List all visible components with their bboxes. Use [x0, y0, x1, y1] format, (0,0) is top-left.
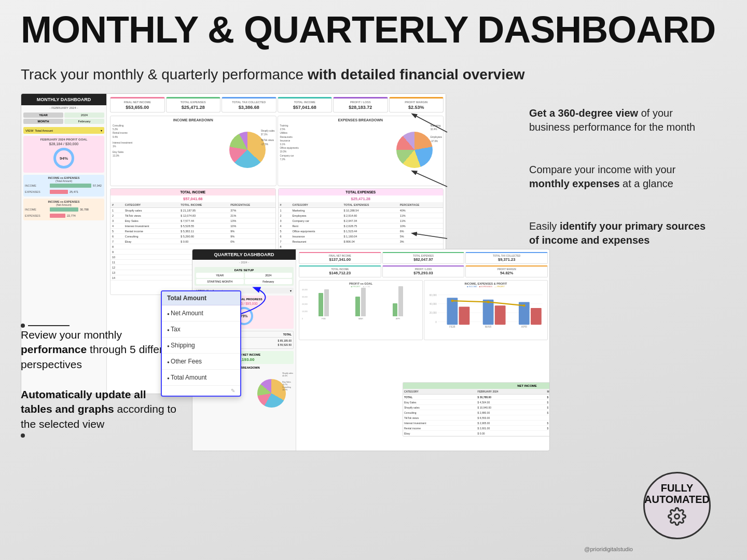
expenses-bar-fill — [50, 190, 68, 194]
q-metric-final-net: FINAL NET INCOME $137,341.00 — [299, 252, 381, 264]
table-row: TikTok views$ 6,553.00 — [403, 415, 550, 421]
profit-goal-title: FEBRUARY 2024 PROFIT GOAL — [25, 138, 102, 141]
dropdown-item-net-amount[interactable]: Net Amount — [162, 305, 240, 321]
view-row[interactable]: VIEW Total Amount ▾ — [23, 127, 104, 134]
q-metric-value-2: $62,047.97 — [384, 257, 463, 262]
apr-label: APR — [396, 317, 400, 320]
table-row: Ebay$ 0.00 — [403, 431, 550, 436]
apr-profit-bar — [393, 303, 397, 316]
total-expenses-header: TOTAL EXPENSES — [279, 189, 444, 195]
quarterly-main-panel: FINAL NET INCOME $137,341.00 TOTAL EXPEN… — [296, 249, 550, 451]
expenses-breakdown-title: EXPENSES BREAKDOWN — [280, 118, 441, 122]
table-row: Rental income$ 2,601.00$ 1,280.00 — [403, 426, 550, 431]
table-row: 2TikTok views$ 12,074.8321% — [110, 213, 275, 218]
profit-goal-amount: $28,184 / $30,000 — [25, 142, 102, 146]
q-net-income-section: NET INCOME CATEGORY FEBRUARY 2024 MARCH … — [400, 381, 550, 451]
table-row: 8 — [110, 244, 275, 249]
date-grid: YEAR 2024 MONTH February — [21, 110, 106, 126]
line-chart-svg: FEB MAR APR 60,000 40,000 20,000 0 — [426, 289, 546, 328]
right-annotations: Get a 360-degree view of yourbusiness pe… — [529, 106, 731, 276]
year-value: 2024 — [64, 113, 104, 118]
fully-automated-badge: FULLY AUTOMATED — [643, 472, 711, 539]
q-net-income-title: NET INCOME — [403, 383, 550, 389]
dropdown-item-total-amount[interactable]: Total Amount — [162, 370, 240, 386]
view-value: Total Amount — [35, 129, 53, 132]
table-row: 3Company car$ 2,947.3411% — [279, 218, 444, 223]
mar-group: MAR — [355, 288, 366, 320]
net-expenses-fill — [50, 214, 65, 218]
table-row: 7Restaurant$ 806.043% — [279, 239, 444, 244]
feb-profit-bar — [319, 293, 323, 316]
q-metric-total-expenses: TOTAL EXPENSES $62,047.97 — [382, 252, 465, 264]
iep-legend: ■ INCOME ■ EXPENSES — PROFIT — [426, 285, 546, 288]
table-row: TOTAL$ 30,788.00$ 20,013.00$ — [403, 395, 550, 400]
q-charts-row: PROFIT vs GOAL ■ PROFIT ■ GOAL FEB — [296, 279, 550, 341]
annotation-3: Easily identify your primary sourcesof i… — [529, 219, 731, 247]
fully-automated-text-1: FULLY — [661, 482, 694, 494]
total-income-header: TOTAL INCOME — [110, 189, 275, 195]
apr-group: APR — [393, 286, 403, 320]
gear-icon — [668, 507, 686, 529]
month-value: February — [64, 119, 104, 124]
svg-text:APR: APR — [521, 325, 527, 328]
metric-total-income: TOTAL INCOME $57,041.68 — [278, 97, 333, 113]
svg-text:60,000: 60,000 — [430, 294, 437, 297]
q-metric-profit-loss: PROFIT / LOSS $75,293.03 — [382, 265, 465, 277]
subtitle-bold: with detailed financial overview — [308, 66, 525, 82]
dropdown-item-other-fees[interactable]: Other Fees — [162, 354, 240, 370]
q-metric-value-5: $75,293.03 — [384, 271, 463, 275]
table-row: 6Insurance$ 1,160.045% — [279, 234, 444, 239]
svg-rect-5 — [483, 300, 494, 325]
table-row: 4Rent$ 2,628.7510% — [279, 223, 444, 229]
table-row: 2Employees$ 2,914.6011% — [279, 213, 444, 218]
table-row: 7Ebay$ 0.000% — [110, 239, 275, 244]
date-setup-row: YEAR 2024 STARTING MONTH February — [196, 273, 292, 284]
svg-text:20,000: 20,000 — [430, 312, 437, 314]
metric-profit-margin: PROFIT MARGIN $2.53% — [389, 97, 444, 113]
table-row: 1Marketing$ 10,288.5440% — [279, 208, 444, 213]
dropdown-edit-icon[interactable]: ✎ — [162, 386, 240, 396]
line-chart-container: FEB MAR APR 60,000 40,000 20,000 0 — [426, 289, 546, 328]
table-row: Shopify sales$ 10,940.00$ 3,800.00 — [403, 405, 550, 410]
dropdown-item-tax[interactable]: Tax — [162, 321, 240, 338]
svg-rect-8 — [495, 305, 506, 325]
svg-text:0: 0 — [435, 321, 437, 324]
q-month-label: STARTING MONTH — [196, 279, 244, 284]
income-bar: INCOME 57,042 — [25, 183, 103, 189]
charts-row: INCOME BREAKDOWN Consulting5.2% Rental i… — [107, 115, 446, 187]
profit-vs-goal-bars: FEB MAR — [301, 289, 421, 328]
apr-goal-bar — [398, 286, 403, 316]
left-text-2-content: Automatically update alltables and graph… — [21, 387, 182, 431]
table-row: 8 — [279, 244, 444, 249]
profit-percentage: 94% — [60, 156, 68, 161]
annotation-3-plain: Easily — [529, 220, 560, 232]
y-axis-labels: 40,000 30,000 20,000 10,000 0 — [302, 289, 308, 320]
arrow-indicator-1 — [21, 324, 182, 328]
expenses-table-header: # CATEGORY TOTAL EXPENSES PERCENTAGE — [279, 202, 444, 208]
svg-text:40,000: 40,000 — [430, 303, 437, 305]
net-expenses-bar: EXPENSES 22,774 — [25, 213, 103, 219]
annotation-2: Compare your income with your monthly ex… — [529, 163, 731, 191]
income-breakdown-chart: INCOME BREAKDOWN Consulting5.2% Rental i… — [110, 116, 276, 186]
q-metrics-top: FINAL NET INCOME $137,341.00 TOTAL EXPEN… — [296, 249, 550, 265]
table-row: 6Consulting$ 5,290.809% — [110, 234, 275, 239]
quarterly-dashboard-mockup: QUARTERLY DASHBOARD - 2024 - DATE SETUP … — [192, 249, 550, 451]
net-income-fill — [50, 207, 78, 212]
arrow-indicator-2 — [21, 433, 182, 438]
date-setup-box: DATE SETUP YEAR 2024 STARTING MONTH Febr… — [195, 267, 294, 286]
table-row: 5Office equipments$ 1,523.446% — [279, 229, 444, 234]
table-row: 3Etsy Sales$ 7,577.4413% — [110, 218, 275, 223]
income-expenses-total-box: INCOME vs EXPENSES(Total Amount) INCOME … — [23, 175, 104, 197]
income-pie-chart — [229, 132, 266, 168]
metric-total-expenses: TOTAL EXPENSES $25,471.28 — [166, 97, 221, 113]
q-dropdown-arrow-icon[interactable]: ▾ — [290, 289, 292, 292]
feb-label: FEB — [322, 317, 326, 320]
q-income-pie-chart — [257, 379, 286, 408]
q-metric-value-1: $137,341.00 — [300, 257, 380, 262]
annotation-2-rest: at a glance — [622, 178, 673, 189]
view-dropdown[interactable]: Total Amount Net Amount Tax Shipping Oth… — [161, 290, 241, 397]
income-expenses-profit-chart: INCOME, EXPENSES & PROFIT ■ INCOME ■ EXP… — [424, 280, 548, 340]
dropdown-item-shipping[interactable]: Shipping — [162, 338, 240, 354]
svg-point-10 — [451, 300, 454, 302]
dropdown-arrow-icon[interactable]: ▾ — [101, 129, 102, 132]
